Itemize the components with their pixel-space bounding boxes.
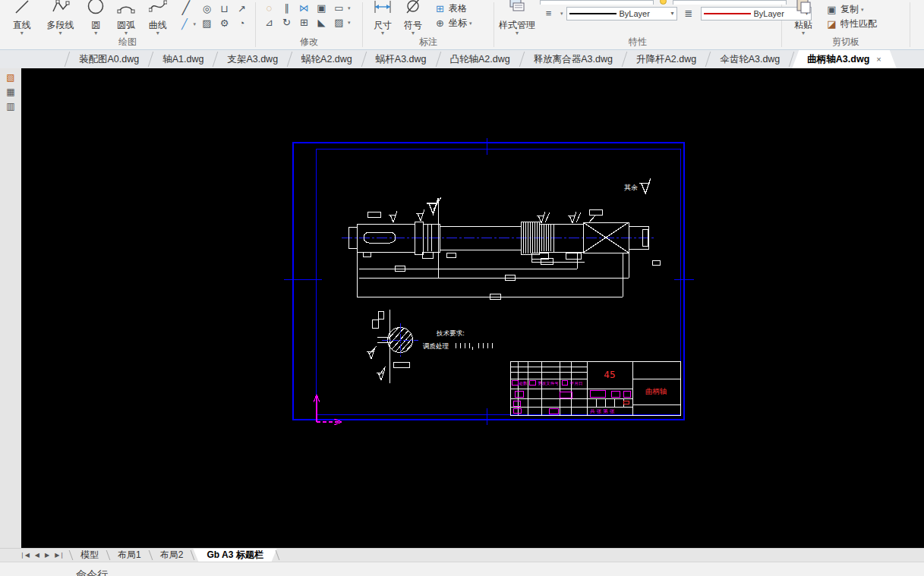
auto-hide-pin-icon[interactable]: ▧	[3, 71, 18, 83]
dimension-button[interactable]: 尺寸 ▾	[367, 0, 398, 36]
svg-text:处数: 处数	[519, 381, 528, 386]
file-tab[interactable]: 装配图A0.dwg	[68, 50, 150, 68]
spline-button[interactable]: 曲线 ▾	[142, 0, 174, 36]
layout-tab-layout1[interactable]: 布局1	[109, 549, 150, 562]
chevron-down-icon[interactable]: ▾	[348, 1, 351, 15]
chamfer-icon[interactable]: ◣	[313, 15, 330, 30]
polyline-icon	[52, 0, 70, 20]
pointer-icon[interactable]: ↗	[233, 2, 251, 16]
coordinate-button[interactable]: ⊕ 坐标 ▾	[431, 16, 472, 30]
copy-button[interactable]: ▣ 复制 ▾	[823, 2, 877, 17]
ribbon-group-modify: ◌ ⊿ ∥ ↻ ⋈ ⊞ ▣ ◣ ▭ ▨ ▾ ▾ 修改	[256, 0, 362, 49]
ribbon-group-properties: 样式管理 ▾ ≡ ▾ ByLayer ▾ ≣	[494, 0, 781, 49]
chevron-down-icon: ▾	[469, 20, 472, 27]
command-line-panel[interactable]: 命令行	[0, 562, 924, 576]
rectangle-tool-icon[interactable]: ▭	[330, 1, 348, 15]
erase-icon[interactable]: ◌	[260, 1, 278, 15]
chevron-down-icon: ▾	[671, 10, 674, 17]
chevron-down-icon[interactable]: ▾	[348, 15, 351, 30]
clipboard-group-label: 剪切板	[782, 36, 910, 49]
symbol-button[interactable]: 符号 ▾	[398, 0, 428, 36]
style-manager-icon	[508, 0, 526, 20]
paste-button[interactable]: 粘贴 ▾	[787, 0, 820, 36]
line-button[interactable]: 直线 ▾	[5, 0, 39, 36]
ribbon: 直线 ▾ 多段线 ▾ 圆 ▾ 圆弧 ▾	[0, 0, 924, 50]
ray-line-icon[interactable]: ╱	[176, 17, 194, 31]
chevron-down-icon: ▾	[516, 30, 519, 36]
layer-state-dropdown-clipped[interactable]	[673, 0, 787, 5]
circle-button[interactable]: 圆 ▾	[81, 0, 110, 36]
chevron-down-icon: ▾	[156, 30, 159, 36]
title-block: 处数 更改文件号 年月日 共 张 第 张 45 曲柄轴	[510, 361, 680, 415]
chevron-down-icon: ▾	[381, 30, 384, 36]
shaft-main-view	[342, 197, 660, 299]
file-tab[interactable]: 凸轮轴A2.dwg	[439, 50, 522, 68]
lineweight-icon[interactable]: ≡	[540, 6, 557, 20]
layout-tab-bar: ❘◀ ◀ ▶ ▶❘ 模型 布局1 布局2 Gb A3 标题栏	[0, 548, 924, 562]
chevron-down-icon: ▾	[58, 30, 61, 36]
chevron-down-icon: ▾	[802, 30, 805, 36]
file-tab[interactable]: 轴A1.dwg	[151, 50, 215, 68]
technical-requirements: 技术要求: 调质处理	[423, 329, 492, 350]
chevron-down-icon[interactable]: ▾	[194, 21, 197, 27]
array-3d-icon[interactable]: ⊞	[295, 15, 313, 30]
annotate-group-label: 标注	[363, 36, 494, 49]
file-tab[interactable]: 蜗杆A3.dwg	[364, 50, 438, 68]
file-tab[interactable]: 升降杆A2.dwg	[625, 50, 708, 68]
table-button[interactable]: ⊞ 表格	[431, 2, 472, 16]
match-properties-button[interactable]: ◪ 特性匹配	[823, 17, 877, 31]
surface-note-text: 其余	[624, 184, 638, 191]
shaft-section-view	[369, 310, 419, 383]
file-tab[interactable]: 伞齿轮A3.dwg	[708, 50, 791, 68]
arc-button[interactable]: 圆弧 ▾	[110, 0, 142, 36]
ribbon-separator	[910, 2, 910, 47]
material-text: 45	[604, 370, 615, 380]
gear-icon[interactable]: ⚙	[216, 16, 233, 30]
layer-dropdown-clipped[interactable]	[540, 0, 654, 5]
file-tab-active[interactable]: 曲柄轴A3.dwg ×	[792, 50, 896, 68]
linetype-sample	[569, 13, 617, 14]
symbol-icon	[405, 0, 421, 20]
chevron-down-icon: ▾	[94, 30, 97, 36]
first-layout-button[interactable]: ❘◀	[20, 549, 30, 562]
offset-icon[interactable]: ∥	[278, 1, 295, 15]
palette-window-icon[interactable]: ▦	[3, 86, 18, 98]
roughness-symbols	[367, 178, 651, 380]
chevron-down-icon[interactable]: ▾	[560, 11, 563, 17]
linetype-manager-icon[interactable]: ≣	[680, 6, 698, 20]
chevron-down-icon: ▾	[412, 30, 415, 36]
close-icon[interactable]: ×	[876, 55, 881, 64]
draw-group-label: 绘图	[0, 36, 255, 49]
copy-object-icon[interactable]: ▣	[313, 1, 330, 15]
layout-tab-layout2[interactable]: 布局2	[151, 549, 193, 562]
next-layout-button[interactable]: ▶	[45, 549, 49, 562]
revision-cloud-icon[interactable]: ◎	[198, 2, 216, 16]
stretch-icon[interactable]: ⊿	[260, 15, 278, 30]
layout-tab-model[interactable]: 模型	[71, 549, 108, 562]
layout-tab-gb-a3-active[interactable]: Gb A3 标题栏	[193, 549, 276, 562]
paste-icon	[795, 0, 812, 20]
file-tab[interactable]: 支架A3.dwg	[216, 50, 289, 68]
style-manager-button[interactable]: 样式管理 ▾	[499, 0, 535, 36]
rotate-icon[interactable]: ↻	[278, 15, 295, 30]
file-tab-bar: 装配图A0.dwg 轴A1.dwg 支架A3.dwg 蜗轮A2.dwg 蜗杆A3…	[0, 50, 924, 68]
titleblock-red-box	[623, 401, 629, 404]
drawing-canvas[interactable]: 其余	[21, 68, 924, 548]
cylinder-icon[interactable]: ⊔	[216, 2, 233, 16]
construction-line-icon[interactable]: ╱	[177, 0, 194, 17]
tab-separator	[275, 550, 279, 560]
file-tab[interactable]: 释放离合器A3.dwg	[522, 50, 624, 68]
mirror-icon[interactable]: ⋈	[295, 1, 313, 15]
hatch-icon[interactable]: ▨	[198, 16, 216, 30]
wipeout-icon[interactable]: ◔	[233, 16, 251, 30]
file-tab-spacer	[0, 50, 67, 68]
linetype-dropdown[interactable]: ByLayer ▾	[566, 7, 677, 20]
polyline-button[interactable]: 多段线 ▾	[39, 0, 82, 36]
work-area: ▧ ▦ ▥	[0, 68, 924, 548]
last-layout-button[interactable]: ▶❘	[55, 549, 65, 562]
prev-layout-button[interactable]: ◀	[35, 549, 39, 562]
svg-text:共 张 第 张: 共 张 第 张	[590, 408, 615, 414]
hatch-edit-icon[interactable]: ▨	[330, 15, 348, 30]
filter-icon[interactable]: ▥	[3, 100, 18, 112]
file-tab[interactable]: 蜗轮A2.dwg	[290, 50, 364, 68]
